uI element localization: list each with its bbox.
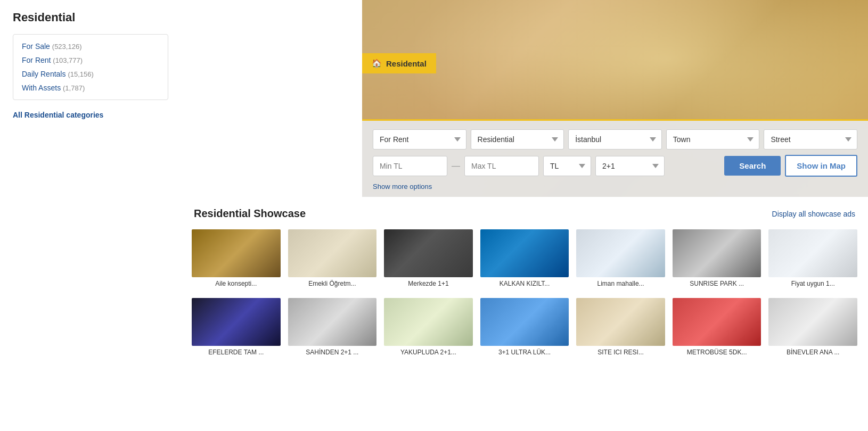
property-thumbnail — [288, 298, 377, 346]
property-thumbnail — [384, 298, 473, 346]
property-label: Aile konsepti... — [192, 280, 281, 287]
property-card-2[interactable]: Emekli Öğretm... — [288, 229, 377, 287]
property-card-4[interactable]: 3+1 ULTRA LÜK... — [480, 298, 569, 356]
property-label: SUNRISE PARK ... — [673, 280, 761, 287]
sidebar-item-with-assets[interactable]: With Assets (1,787) — [22, 84, 159, 92]
sidebar-item-daily-rentals[interactable]: Daily Rentals (15,156) — [22, 70, 159, 78]
city-select[interactable]: İstanbul Ankara İzmir — [568, 129, 662, 150]
search-button[interactable]: Search — [724, 156, 781, 176]
property-card-7[interactable]: BİNEVLER ANA ... — [768, 298, 857, 356]
property-card-5[interactable]: SITE ICI RESI... — [576, 298, 665, 356]
property-thumbnail — [673, 298, 761, 346]
property-thumbnail — [768, 298, 857, 346]
sidebar-item-for-rent[interactable]: For Rent (103,777) — [22, 56, 159, 64]
sidebar: Residential For Sale (523,126) For Rent … — [0, 0, 181, 367]
sidebar-item-for-sale[interactable]: For Sale (523,126) — [22, 42, 159, 51]
property-grid-row1: Aile konsepti...Emekli Öğretm...Merkezde… — [192, 229, 857, 287]
max-price-input[interactable] — [464, 156, 539, 176]
property-label: METROBÜSE 5DK... — [673, 349, 761, 356]
property-label: Merkezde 1+1 — [384, 280, 473, 287]
property-thumbnail — [768, 229, 857, 277]
property-thumbnail — [384, 229, 473, 277]
content-area: 🏠 Residental For Rent For Sale Daily Ren… — [181, 0, 868, 367]
property-card-1[interactable]: EFELERDE TAM ... — [192, 298, 281, 356]
currency-select[interactable]: TL USD EUR — [543, 156, 591, 176]
residential-tab-label: Residental — [386, 59, 427, 68]
property-thumbnail — [673, 229, 761, 277]
property-card-6[interactable]: METROBÜSE 5DK... — [673, 298, 761, 356]
page-title: Residential — [13, 11, 168, 24]
price-dash: — — [452, 161, 460, 171]
property-card-2[interactable]: SAHİNDEN 2+1 ... — [288, 298, 377, 356]
search-row-2: — TL USD EUR 2+1 1+1 3+1 4+1 — [373, 155, 857, 177]
show-more-link[interactable]: Show more options — [373, 183, 432, 190]
property-label: BİNEVLER ANA ... — [768, 349, 857, 356]
property-card-1[interactable]: Aile konsepti... — [192, 229, 281, 287]
category-select[interactable]: Residential Commercial Land — [471, 129, 564, 150]
property-card-5[interactable]: Liman mahalle... — [576, 229, 665, 287]
street-select[interactable]: Street — [764, 129, 857, 150]
property-label: KALKAN KIZILT... — [480, 280, 569, 287]
show-map-button[interactable]: Show in Map — [785, 155, 857, 177]
showcase-title: Residential Showcase — [194, 208, 306, 220]
property-card-7[interactable]: Fiyat uygun 1... — [768, 229, 857, 287]
property-thumbnail — [192, 298, 281, 346]
hero-banner: 🏠 Residental For Rent For Sale Daily Ren… — [362, 0, 868, 197]
rooms-select[interactable]: 2+1 1+1 3+1 4+1 — [595, 156, 665, 176]
property-label: Fiyat uygun 1... — [768, 280, 857, 287]
all-categories-link[interactable]: All Residential categories — [13, 111, 103, 119]
property-label: Liman mahalle... — [576, 280, 665, 287]
property-thumbnail — [576, 229, 665, 277]
search-row-1: For Rent For Sale Daily Rentals Resident… — [373, 129, 857, 150]
property-card-6[interactable]: SUNRISE PARK ... — [673, 229, 761, 287]
property-thumbnail — [192, 229, 281, 277]
showcase-section: Residential Showcase Display all showcas… — [181, 208, 868, 356]
property-thumbnail — [480, 298, 569, 346]
sidebar-links-box: For Sale (523,126) For Rent (103,777) Da… — [13, 34, 168, 100]
residential-tab[interactable]: 🏠 Residental — [362, 53, 436, 73]
property-card-4[interactable]: KALKAN KIZILT... — [480, 229, 569, 287]
showcase-header: Residential Showcase Display all showcas… — [192, 208, 857, 220]
min-price-input[interactable] — [373, 156, 447, 176]
property-thumbnail — [480, 229, 569, 277]
property-thumbnail — [288, 229, 377, 277]
residential-tab-icon: 🏠 — [372, 59, 382, 68]
property-label: EFELERDE TAM ... — [192, 349, 281, 356]
property-label: SAHİNDEN 2+1 ... — [288, 349, 377, 356]
property-card-3[interactable]: Merkezde 1+1 — [384, 229, 473, 287]
search-panel: For Rent For Sale Daily Rentals Resident… — [362, 119, 868, 197]
property-card-3[interactable]: YAKUPLUDA 2+1... — [384, 298, 473, 356]
property-label: SITE ICI RESI... — [576, 349, 665, 356]
property-label: Emekli Öğretm... — [288, 280, 377, 287]
property-grid-row2: EFELERDE TAM ...SAHİNDEN 2+1 ...YAKUPLUD… — [192, 298, 857, 356]
type-select[interactable]: For Rent For Sale Daily Rentals — [373, 129, 466, 150]
display-all-link[interactable]: Display all showcase ads — [772, 210, 855, 218]
property-label: YAKUPLUDA 2+1... — [384, 349, 473, 356]
property-label: 3+1 ULTRA LÜK... — [480, 349, 569, 356]
show-more-options: Show more options — [373, 182, 857, 190]
property-thumbnail — [576, 298, 665, 346]
town-select[interactable]: Town — [666, 129, 760, 150]
